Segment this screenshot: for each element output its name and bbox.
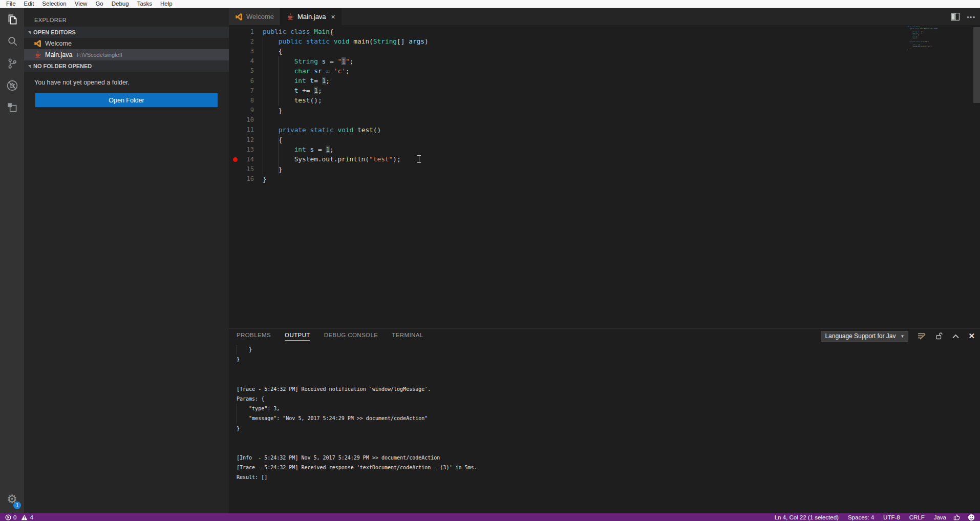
output-line [237, 433, 980, 443]
split-editor-icon[interactable] [951, 13, 960, 20]
code-text: System.out.println("test"); [263, 154, 401, 164]
code-line-5[interactable]: 5 char sr = 'c'; [229, 66, 980, 76]
code-line-9[interactable]: 9 } [229, 106, 980, 115]
code-line-2[interactable]: 2 public static void main(String[] args) [229, 36, 980, 46]
tabs: WelcomeMain.java× [229, 8, 342, 25]
menu-item-edit[interactable]: Edit [20, 0, 38, 8]
line-number: 7 [229, 87, 263, 94]
code-line-4[interactable]: 4 String s = "1"; [229, 56, 980, 66]
code-text: int t= 1; [263, 76, 330, 86]
breakpoint-dot[interactable] [233, 157, 238, 162]
menu-item-selection[interactable]: Selection [38, 0, 70, 8]
code-line-13[interactable]: 13 int s = 1; [229, 144, 980, 154]
code-text: { [263, 135, 283, 144]
editor-scrollbar[interactable] [973, 27, 980, 103]
menu-item-file[interactable]: File [2, 0, 20, 8]
line-number: 16 [229, 175, 263, 182]
section-no-folder[interactable]: NO FOLDER OPENED [24, 60, 229, 72]
output-line [237, 364, 980, 374]
source-control-icon[interactable] [0, 52, 24, 74]
eol-sequence[interactable]: CRLF [909, 514, 925, 520]
encoding[interactable]: UTF-8 [883, 514, 900, 520]
tab-main-java[interactable]: Main.java× [280, 8, 342, 25]
code-text: t += 1; [263, 86, 322, 95]
tab-label: Welcome [246, 13, 274, 20]
panel-tab-problems[interactable]: PROBLEMS [237, 332, 271, 341]
code-line-1[interactable]: 1public class Main{ [229, 27, 980, 36]
tab-welcome[interactable]: Welcome [229, 8, 280, 25]
open-editor-path: F:\VScode\singleII [77, 52, 122, 58]
code-text: int s = 1; [263, 144, 334, 154]
warning-count: 4 [30, 514, 33, 520]
output-line: } [237, 424, 980, 433]
code-line-12[interactable]: 12 { [229, 135, 980, 144]
sidebar-explorer: EXPLORER OPEN EDITORS WelcomeMain.javaF:… [24, 8, 229, 513]
section-open-editors[interactable]: OPEN EDITORS [24, 27, 229, 38]
code-line-11[interactable]: 11 private static void test() [229, 125, 980, 135]
settings-gear-icon[interactable]: ⚙ 1 [0, 488, 24, 510]
open-editor-main.java[interactable]: Main.javaF:\VScode\singleII [24, 49, 229, 60]
output-log[interactable]: }} [Trace - 5:24:32 PM] Received notific… [229, 344, 980, 483]
minimap-content: public class Main{ public static void ma… [907, 26, 939, 51]
menu-item-view[interactable]: View [71, 0, 92, 8]
code-line-7[interactable]: 7 t += 1; [229, 86, 980, 95]
line-number: 5 [229, 67, 263, 74]
close-panel-icon[interactable]: ✕ [968, 332, 975, 340]
panel-actions: Language Support for Jav ▼ ✕ [821, 328, 975, 344]
vscode-file-icon [235, 13, 243, 21]
line-number: 12 [229, 136, 263, 143]
output-channel-dropdown[interactable]: Language Support for Jav ▼ [821, 331, 908, 342]
code-line-6[interactable]: 6 int t= 1; [229, 76, 980, 86]
tab-bar: WelcomeMain.java× ••• [229, 8, 980, 25]
code-text: } [263, 174, 267, 184]
smiley-icon[interactable] [968, 514, 975, 521]
panel-tab-debug-console[interactable]: DEBUG CONSOLE [324, 332, 378, 341]
open-editor-label: Welcome [45, 40, 72, 47]
code-text: { [263, 46, 283, 56]
menu-item-debug[interactable]: Debug [108, 0, 133, 8]
code-line-8[interactable]: 8 test(); [229, 95, 980, 105]
line-number: 10 [229, 116, 263, 123]
open-editors-list: WelcomeMain.javaF:\VScode\singleII [24, 38, 229, 60]
search-icon[interactable] [0, 30, 24, 52]
open-editor-welcome[interactable]: Welcome [24, 38, 229, 49]
status-right: Ln 4, Col 22 (1 selected) Spaces: 4 UTF-… [765, 514, 975, 521]
indent-guide [237, 345, 237, 355]
code-line-14[interactable]: 14 System.out.println("test"); [229, 154, 980, 164]
unlock-icon[interactable] [935, 332, 943, 340]
panel-tabs: PROBLEMSOUTPUTDEBUG CONSOLETERMINAL [237, 332, 437, 341]
code-text: private static void test() [263, 125, 381, 135]
menu-item-go[interactable]: Go [91, 0, 107, 8]
code-line-16[interactable]: 16} [229, 174, 980, 184]
language-mode[interactable]: Java [934, 514, 946, 520]
code-line-10[interactable]: 10 [229, 115, 980, 125]
problems-status[interactable]: 0 4 [5, 514, 33, 520]
code-text: } [263, 164, 283, 174]
menu-item-help[interactable]: Help [156, 0, 177, 8]
java-file-icon [286, 13, 294, 21]
chevron-expanded-icon [28, 65, 31, 68]
code-line-15[interactable]: 15 } [229, 164, 980, 174]
close-tab-icon[interactable]: × [331, 13, 335, 20]
output-line: Result: [] [237, 472, 980, 482]
tab-label: Main.java [297, 13, 326, 20]
line-number: 6 [229, 77, 263, 85]
settings-badge: 1 [13, 502, 21, 509]
menu-item-tasks[interactable]: Tasks [133, 0, 156, 8]
open-folder-button[interactable]: Open Folder [35, 93, 218, 107]
extensions-icon[interactable] [0, 96, 24, 118]
debug-icon[interactable] [0, 74, 24, 96]
more-actions-icon[interactable]: ••• [967, 14, 976, 20]
line-number: 3 [229, 48, 263, 55]
cursor-position[interactable]: Ln 4, Col 22 (1 selected) [775, 514, 839, 520]
panel-tab-terminal[interactable]: TERMINAL [392, 332, 423, 341]
code-line-3[interactable]: 3 { [229, 46, 980, 56]
code-editor[interactable]: 1public class Main{2 public static void … [229, 25, 980, 328]
explorer-icon[interactable] [0, 8, 24, 30]
panel-tab-output[interactable]: OUTPUT [285, 332, 310, 341]
indentation[interactable]: Spaces: 4 [848, 514, 874, 520]
clear-output-icon[interactable] [917, 332, 926, 340]
minimap[interactable]: public class Main{ public static void ma… [907, 26, 939, 51]
feedback-thumb-icon[interactable] [953, 514, 961, 520]
maximize-panel-icon[interactable] [952, 333, 960, 339]
